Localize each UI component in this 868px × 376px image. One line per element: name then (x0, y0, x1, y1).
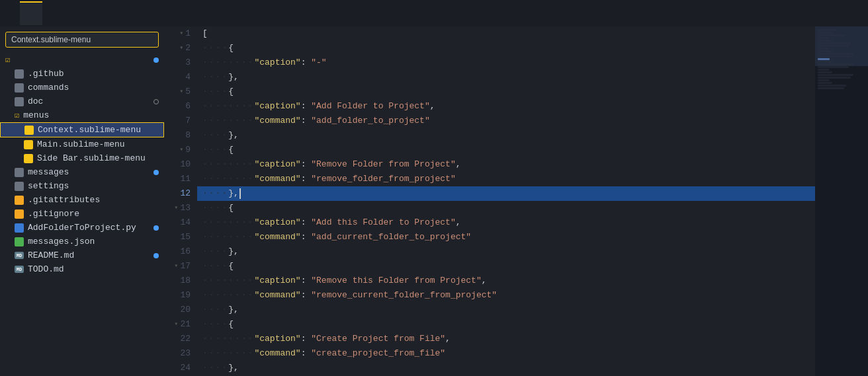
sidebar-item-commands[interactable]: commands (0, 81, 164, 94)
line-number: 19 (164, 288, 191, 303)
line-number: 18 (164, 274, 191, 288)
file-icon-yellow (24, 154, 33, 163)
file-icon-md: MD (15, 266, 24, 273)
sidebar-item-label: .gitattributes (28, 195, 100, 205)
sidebar-item-label: Main.sublime-menu (37, 139, 125, 149)
code-line[interactable]: ········"caption": "-" (197, 56, 815, 70)
code-line[interactable]: ····}, (197, 128, 815, 143)
code-line[interactable]: ········"command": "remove_current_folde… (197, 288, 815, 303)
code-line[interactable]: ········"caption": "Remove this Folder f… (197, 274, 815, 288)
sidebar-item-menus[interactable]: ☑ menus (0, 108, 164, 122)
folder-icon (15, 97, 24, 106)
sidebar-item-label: TODO.md (28, 264, 64, 274)
sidebar-item-label: messages (28, 167, 69, 177)
minimap (815, 26, 868, 376)
sidebar-item-label: README.md (28, 250, 74, 260)
sidebar-item-sidebar-menu[interactable]: Side Bar.sublime-menu (0, 151, 164, 165)
sidebar-item-label: commands (28, 83, 69, 93)
sidebar-item-settings[interactable]: settings (0, 179, 164, 193)
folder-icon (15, 182, 24, 191)
line-number: ▾9 (164, 143, 191, 157)
sidebar-item-context-menu[interactable]: Context.sublime-menu (0, 122, 164, 137)
file-icon-md: MD (15, 252, 24, 259)
code-line[interactable]: ········"caption": "Create Project from … (197, 332, 815, 346)
sidebar-item-readme[interactable]: MD README.md (0, 248, 164, 262)
code-line[interactable]: ········"caption": "Add this Folder to P… (197, 215, 815, 230)
code-line[interactable]: ····{ (197, 41, 815, 56)
line-number: 23 (164, 346, 191, 361)
code-content[interactable]: [····{········"caption": "-"····},····{·… (197, 26, 815, 376)
line-number: ▾2 (164, 41, 191, 56)
sidebar-item-label: doc (28, 96, 43, 106)
line-number: ▾1 (164, 26, 191, 41)
line-number: 8 (164, 128, 191, 143)
file-icon-orange (15, 209, 24, 219)
line-number: 24 (164, 361, 191, 375)
code-line[interactable]: ········"caption": "Add Folder to Projec… (197, 99, 815, 114)
code-line[interactable]: ····}, (197, 303, 815, 317)
sidebar-item-label: menus (23, 110, 49, 120)
code-line[interactable]: ········"caption": "Remove Folder from P… (197, 157, 815, 172)
top-bar (0, 0, 868, 26)
sidebar-item-label: Side Bar.sublime-menu (37, 153, 146, 163)
code-line[interactable]: ····}, (197, 361, 815, 375)
sidebar-item-github[interactable]: .github (0, 67, 164, 81)
line-number: ▾21 (164, 317, 191, 332)
sidebar-item-py[interactable]: AddFolderToProject.py (0, 221, 164, 235)
editor-area[interactable]: ▾1▾234▾5678▾9101112▾13141516▾17181920▾21… (164, 26, 868, 376)
sidebar-item-label: Context.sublime-menu (38, 125, 141, 135)
sidebar-search-input[interactable] (5, 32, 159, 48)
code-line[interactable]: ········"command": "create_project_from_… (197, 346, 815, 361)
code-line[interactable]: ········"command": "add_folder_to_projec… (197, 114, 815, 128)
line-number: ▾5 (164, 85, 191, 99)
code-line[interactable]: ····{ (197, 317, 815, 332)
sidebar-item-label: settings (28, 181, 69, 191)
code-line[interactable]: ····}, (197, 70, 815, 85)
folder-icon (15, 168, 24, 177)
sidebar-item-label: .gitignore (28, 209, 79, 219)
code-line[interactable]: ····}, (197, 186, 815, 201)
sidebar-item-todo[interactable]: MD TODO.md (0, 262, 164, 276)
sidebar-item-main-menu[interactable]: Main.sublime-menu (0, 137, 164, 151)
line-number: 4 (164, 70, 191, 85)
sidebar-item-label: .github (28, 69, 64, 79)
line-number: 22 (164, 332, 191, 346)
code-line[interactable]: ····{ (197, 201, 815, 215)
line-number: ▾13 (164, 201, 191, 215)
sidebar-item-messages[interactable]: messages (0, 165, 164, 179)
sidebar-item-label: AddFolderToProject.py (28, 223, 136, 233)
code-line[interactable]: ····}, (197, 244, 815, 259)
unsaved-badge (153, 253, 159, 258)
sidebar-item-gitignore[interactable]: .gitignore (0, 207, 164, 221)
sidebar-item-gitattributes[interactable]: .gitattributes (0, 193, 164, 207)
checkbox-checked-icon: ☑ (5, 55, 10, 65)
sidebar-item-label: messages.json (28, 237, 95, 246)
folder-icon (15, 83, 24, 93)
line-number: 3 (164, 56, 191, 70)
folder-icon (15, 69, 24, 79)
sidebar-item-project[interactable]: ☑ (0, 53, 164, 67)
code-line[interactable]: ····{ (197, 85, 815, 99)
unsaved-badge (153, 57, 159, 63)
unsaved-badge (153, 170, 159, 175)
line-number: 6 (164, 99, 191, 114)
line-number: 12 (164, 186, 191, 201)
line-number: 15 (164, 230, 191, 244)
line-number: ▾17 (164, 259, 191, 274)
file-icon-yellow (24, 126, 34, 135)
file-icon-py (15, 223, 24, 233)
code-line[interactable]: ····{ (197, 259, 815, 274)
code-line[interactable]: ····{ (197, 143, 815, 157)
sidebar-item-doc[interactable]: doc (0, 94, 164, 108)
code-line[interactable]: [ (197, 26, 815, 41)
code-line[interactable]: ········"command": "add_current_folder_t… (197, 230, 815, 244)
active-tab[interactable] (20, 1, 42, 25)
sidebar-item-json[interactable]: messages.json (0, 235, 164, 248)
checkbox-icon: ☑ (15, 110, 19, 120)
file-icon-orange (15, 196, 24, 205)
file-icon-yellow (24, 140, 33, 149)
code-line[interactable]: ········"command": "remove_folder_from_p… (197, 172, 815, 186)
line-number: 11 (164, 172, 191, 186)
sidebar: ☑ .github commands doc ☑ menus Cont (0, 26, 164, 376)
unsaved-badge (153, 225, 159, 231)
